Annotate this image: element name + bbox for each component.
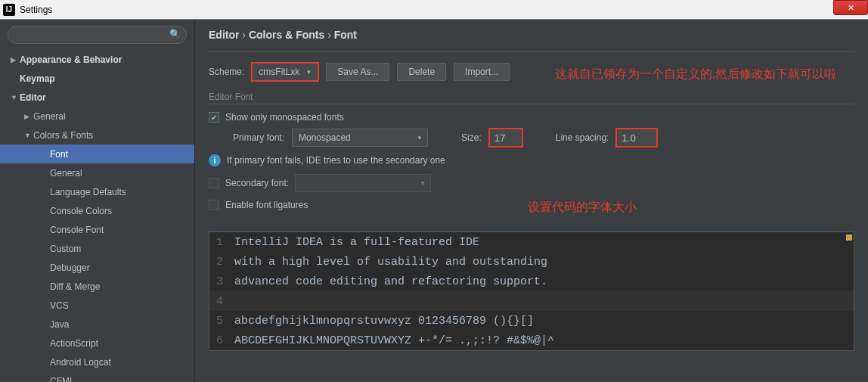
- chevron-down-icon: ▼: [11, 94, 20, 101]
- sidebar-item-label: Custom: [50, 244, 81, 254]
- preview-line: 1 IntelliJ IDEA is a full-featured IDE: [209, 232, 854, 252]
- titlebar: IJ Settings ✕: [0, 0, 868, 20]
- sidebar-item-label: Keymap: [20, 73, 55, 84]
- secondary-font-checkbox[interactable]: [209, 178, 219, 188]
- preview-line: 4: [209, 291, 854, 311]
- line-spacing-input[interactable]: [616, 129, 657, 147]
- chevron-down-icon: ▼: [417, 135, 423, 141]
- primary-font-label: Primary font:: [233, 132, 284, 143]
- delete-button[interactable]: Delete: [397, 63, 446, 81]
- sidebar-item-label: Font: [50, 149, 68, 160]
- annotation-mid: 设置代码的字体大小: [528, 200, 637, 216]
- warning-marker-icon: [846, 234, 852, 241]
- sidebar-item-label: Debugger: [50, 262, 90, 273]
- sidebar-item-label: General: [33, 111, 66, 122]
- line-number: 5: [209, 315, 228, 328]
- sidebar-item-font[interactable]: Font: [0, 144, 194, 163]
- line-number: 2: [209, 256, 228, 269]
- sidebar-item-custom[interactable]: Custom: [0, 239, 194, 258]
- ligatures-label: Enable font ligatures: [225, 200, 308, 210]
- search-input[interactable]: [8, 26, 187, 44]
- preview-line: 6 ABCDEFGHIJKLMNOPQRSTUVWXYZ +-*/= .,;:!…: [209, 331, 854, 350]
- preview-text: [228, 295, 234, 308]
- annotation-top: 这就自已领存为一个自定义的,然后修改如下就可以啦: [555, 67, 836, 82]
- window-title: Settings: [20, 5, 52, 15]
- secondary-font-combo[interactable]: ▼: [295, 174, 431, 192]
- sidebar-item-label: Console Font: [50, 225, 104, 235]
- line-number: 1: [209, 236, 228, 249]
- preview-text: ABCDEFGHIJKLMNOPQRSTUVWXYZ +-*/= .,;:!? …: [228, 334, 554, 347]
- primary-font-combo[interactable]: Monospaced ▼: [292, 129, 428, 147]
- scheme-combo[interactable]: cmsFitLxk ▼: [252, 63, 318, 81]
- info-text: If primary font fails, IDE tries to use …: [227, 155, 445, 166]
- scheme-value: cmsFitLxk: [259, 67, 299, 77]
- preview-text: with a high level of usability and outst…: [228, 256, 547, 269]
- sidebar-item-label: Editor: [20, 92, 46, 103]
- chevron-right-icon: ▶: [11, 56, 20, 64]
- sidebar-item-diff-merge[interactable]: Diff & Merge: [0, 277, 194, 296]
- show-monospaced-checkbox[interactable]: [209, 112, 219, 123]
- preview-line: 3 advanced code editing and refactoring …: [209, 272, 854, 291]
- line-spacing-label: Line spacing:: [556, 132, 609, 143]
- sidebar-item-label: Android Logcat: [50, 357, 111, 368]
- close-icon: ✕: [848, 3, 854, 13]
- sidebar-item-label: CFML: [50, 376, 75, 383]
- info-icon: i: [209, 154, 221, 166]
- line-number: 3: [209, 275, 228, 288]
- line-number: 6: [209, 334, 228, 347]
- search-icon: 🔍: [169, 29, 181, 39]
- main-panel: Editor › Colors & Fonts › Font Scheme: c…: [195, 20, 868, 382]
- sidebar-item-label: Java: [50, 319, 69, 330]
- chevron-down-icon: ▼: [24, 132, 33, 139]
- sidebar-item-language-defaults[interactable]: Language Defaults: [0, 182, 194, 201]
- chevron-down-icon: ▼: [420, 180, 426, 187]
- preview-text: advanced code editing and refactoring su…: [228, 275, 547, 288]
- preview-text: abcdefghijklmnopqrstuvwxyz 0123456789 ()…: [228, 315, 534, 328]
- secondary-font-label: Secondary font:: [225, 178, 289, 188]
- sidebar-item-label: Language Defaults: [50, 187, 126, 197]
- chevron-down-icon: ▼: [305, 69, 312, 76]
- size-input[interactable]: [489, 129, 522, 147]
- chevron-right-icon: ▶: [24, 113, 33, 120]
- sidebar-item-console-colors[interactable]: Console Colors: [0, 201, 194, 220]
- save-as-button[interactable]: Save As...: [326, 63, 389, 81]
- sidebar-item-label: Diff & Merge: [50, 281, 100, 292]
- sidebar-item-general[interactable]: ▶General: [0, 107, 194, 126]
- app-icon: IJ: [3, 4, 15, 16]
- sidebar-item-label: Appearance & Behavior: [20, 54, 122, 65]
- sidebar-item-label: Console Colors: [50, 206, 112, 216]
- sidebar-item-label: Colors & Fonts: [33, 130, 93, 141]
- sidebar-item-label: General: [50, 168, 82, 179]
- show-monospaced-label: Show only monospaced fonts: [225, 112, 344, 123]
- sidebar: 🔍 ▶Appearance & BehaviorKeymap▼Editor▶Ge…: [0, 20, 195, 382]
- line-number: 4: [209, 295, 228, 308]
- preview-line: 5 abcdefghijklmnopqrstuvwxyz 0123456789 …: [209, 311, 854, 331]
- editor-font-section: Editor Font: [209, 92, 854, 104]
- sidebar-item-console-font[interactable]: Console Font: [0, 220, 194, 239]
- sidebar-item-label: ActionScript: [50, 338, 98, 349]
- sidebar-item-editor[interactable]: ▼Editor: [0, 88, 194, 107]
- sidebar-item-colors-fonts[interactable]: ▼Colors & Fonts: [0, 126, 194, 144]
- breadcrumb: Editor › Colors & Fonts › Font: [209, 26, 854, 52]
- import-button[interactable]: Import...: [454, 63, 510, 81]
- size-label: Size:: [461, 132, 482, 143]
- primary-font-value: Monospaced: [299, 132, 351, 143]
- sidebar-item-general[interactable]: General: [0, 163, 194, 182]
- sidebar-item-vcs[interactable]: VCS: [0, 296, 194, 315]
- sidebar-item-appearance-behavior[interactable]: ▶Appearance & Behavior: [0, 50, 194, 69]
- sidebar-item-cfml[interactable]: CFML: [0, 371, 194, 382]
- sidebar-item-java[interactable]: Java: [0, 315, 194, 334]
- preview-line: 2 with a high level of usability and out…: [209, 252, 854, 272]
- sidebar-item-keymap[interactable]: Keymap: [0, 69, 194, 88]
- sidebar-item-android-logcat[interactable]: Android Logcat: [0, 352, 194, 371]
- font-preview: 1 IntelliJ IDEA is a full-featured IDE2 …: [209, 231, 854, 351]
- sidebar-item-debugger[interactable]: Debugger: [0, 258, 194, 277]
- scheme-label: Scheme:: [209, 67, 244, 77]
- sidebar-item-actionscript[interactable]: ActionScript: [0, 334, 194, 352]
- ligatures-checkbox[interactable]: [209, 200, 219, 210]
- sidebar-item-label: VCS: [50, 300, 69, 311]
- settings-tree: ▶Appearance & BehaviorKeymap▼Editor▶Gene…: [0, 50, 194, 382]
- preview-text: IntelliJ IDEA is a full-featured IDE: [228, 236, 479, 249]
- close-button[interactable]: ✕: [833, 0, 868, 15]
